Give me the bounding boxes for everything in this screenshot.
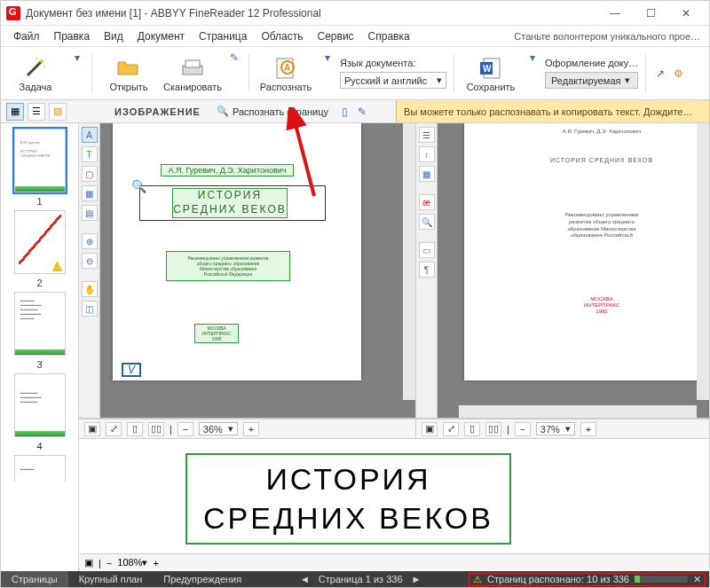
txt-page-icon[interactable]: ▯	[464, 422, 480, 436]
text-page: А.Я. Гуревич, Д.Э. Харитонович ИСТОРИЯ С…	[464, 123, 709, 380]
close-zoom-out[interactable]: −	[106, 558, 112, 568]
img-fith-icon[interactable]: ⤢	[106, 422, 122, 436]
pager-prev-icon[interactable]: ◄	[300, 574, 310, 584]
save-button[interactable]: W Сохранить	[462, 51, 520, 96]
hand-tool[interactable]: ✋	[82, 281, 98, 297]
picture-area-tool[interactable]: ▢	[82, 166, 98, 182]
task-button[interactable]: Задача	[6, 51, 65, 96]
text-scroll-h[interactable]	[459, 405, 697, 418]
eraser-tool[interactable]: ◫	[82, 301, 98, 317]
page-thumbnail-2[interactable]	[14, 210, 66, 274]
txt-zoom-value[interactable]: 37%▾	[536, 422, 575, 435]
status-tab-pages[interactable]: Страницы	[1, 571, 68, 587]
txt-pub: МОСКВА ИНТЕРПРАКС 1995	[464, 296, 709, 316]
view-thumbnails-button[interactable]: ▦	[6, 103, 24, 121]
open-button[interactable]: Открыть	[99, 51, 158, 96]
cut-part-tool[interactable]: ⊖	[82, 253, 98, 269]
txt-fit-icon[interactable]: ▣	[422, 422, 438, 436]
txt-tool-5[interactable]: 🔍	[419, 214, 435, 230]
close-zoom-in[interactable]: +	[153, 558, 158, 568]
txt-tool-6[interactable]: ▭	[419, 242, 435, 258]
close-button[interactable]: ✕	[668, 1, 704, 26]
menu-file[interactable]: Файл	[6, 28, 47, 44]
area-rec[interactable]: Рекомендовано управлением развития общег…	[166, 251, 290, 281]
text-area-tool[interactable]: T	[82, 146, 98, 162]
chevron-down-icon: ▾	[142, 557, 147, 568]
style-select[interactable]: Редактируемая ▾	[545, 72, 638, 89]
txt-zoom-out[interactable]: −	[515, 422, 531, 436]
area-title[interactable]: ИСТОРИЯСРЕДНИХ ВЕКОВ	[172, 188, 288, 218]
image-page-view[interactable]: А.Я. Гуревич, Д.Э. Харитонович 🔍 ИСТОРИЯ…	[100, 123, 415, 418]
recognize-page-button[interactable]: 🔍 Распознать страницу	[217, 106, 328, 117]
ribbon: Задача ▾ Открыть Сканировать ✎ A Распозн…	[1, 47, 709, 100]
text-page-view[interactable]: А.Я. Гуревич, Д.Э. Харитонович ИСТОРИЯ С…	[438, 123, 709, 418]
thumb-3-num: 3	[36, 359, 42, 370]
txt-2page-icon[interactable]: ▯▯	[485, 422, 501, 436]
img-zoom-value[interactable]: 36%▾	[199, 422, 238, 435]
txt-tool-1[interactable]: ☰	[419, 127, 435, 143]
pager-label: Страница 1 из 336	[319, 574, 403, 584]
maximize-button[interactable]: ☐	[633, 1, 668, 26]
close-icon[interactable]: ✕	[693, 574, 701, 585]
menu-help[interactable]: Справка	[361, 28, 417, 44]
recognize-label: Распознать	[260, 82, 312, 92]
recognize-dropdown-icon[interactable]: ▾	[320, 51, 335, 65]
menu-document[interactable]: Документ	[130, 28, 192, 44]
area-publisher[interactable]: МОСКВА ИНТЕРПРАКС 1995	[194, 324, 239, 343]
txt-zoom-in[interactable]: +	[580, 422, 596, 436]
view-details-button[interactable]: ☰	[28, 103, 45, 121]
language-select[interactable]: Русский и английс ▾	[340, 72, 446, 89]
select-tool[interactable]: A	[82, 127, 98, 143]
selection-box[interactable]: 🔍 ИСТОРИЯСРЕДНИХ ВЕКОВ	[139, 185, 326, 221]
scan-button[interactable]: Сканировать	[163, 51, 222, 96]
save-dropdown-icon[interactable]: ▾	[525, 51, 540, 65]
recognize-button[interactable]: A Распознать	[256, 51, 315, 96]
txt-tool-7[interactable]: ¶	[419, 262, 435, 278]
img-2page-icon[interactable]: ▯▯	[148, 422, 164, 436]
options-icon[interactable]: ⚙	[671, 67, 685, 81]
image-scroll-v[interactable]	[403, 123, 415, 400]
table-area-tool[interactable]: ▦	[82, 185, 98, 201]
close-fit-icon[interactable]: ▣	[84, 557, 93, 568]
img-page-icon[interactable]: ▯	[127, 422, 143, 436]
area-tool-icon[interactable]: ▯	[337, 105, 351, 119]
text-scroll-v[interactable]	[697, 123, 709, 400]
minimize-button[interactable]: —	[597, 1, 633, 26]
page-thumbnail-1[interactable]: А.Я.ГуревичИСТОРИЯСРЕДНИХ ВЕКОВ	[14, 129, 66, 192]
send-icon[interactable]: ↗	[653, 67, 667, 81]
area-authors[interactable]: А.Я. Гуревич, Д.Э. Харитонович	[161, 164, 294, 176]
warning-icon: ⚠	[473, 574, 482, 585]
close-zoom-value[interactable]: 108%▾	[117, 557, 147, 568]
close-up-pane[interactable]: ИСТОРИЯ СРЕДНИХ ВЕКОВ ▣ | − 108%▾ +	[79, 438, 709, 571]
task-dropdown-icon[interactable]: ▾	[70, 51, 84, 65]
txt-fith-icon[interactable]: ⤢	[443, 422, 459, 436]
image-page: А.Я. Гуревич, Д.Э. Харитонович 🔍 ИСТОРИЯ…	[113, 123, 361, 380]
page-thumbnail-3[interactable]: ▬▬▬▬▬▬▬▬▬▬▬▬▬▬▬▬▬▬▬▬▬▬▬▬▬	[14, 292, 66, 356]
txt-tool-2[interactable]: ↕	[419, 146, 435, 162]
menu-service[interactable]: Сервис	[311, 28, 361, 44]
barcode-area-tool[interactable]: ▤	[82, 205, 98, 221]
menu-page[interactable]: Страница	[192, 28, 254, 44]
view-add-button[interactable]: ▧	[49, 103, 67, 121]
img-fit-icon[interactable]: ▣	[84, 422, 100, 436]
pager-next-icon[interactable]: ►	[412, 574, 422, 584]
status-tab-warnings[interactable]: Предупреждения	[153, 571, 252, 587]
page-thumbnail-4[interactable]: ▬▬▬▬▬▬▬▬▬▬▬▬▬▬▬▬	[14, 373, 66, 437]
edit-tool-icon[interactable]: ✎	[355, 105, 369, 119]
img-zoom-out[interactable]: −	[178, 422, 193, 436]
magnifier-icon: 🔍	[217, 106, 229, 117]
status-tab-close[interactable]: Крупный план	[68, 571, 154, 587]
add-part-tool[interactable]: ⊕	[82, 233, 98, 249]
txt-tool-4[interactable]: æ	[419, 194, 435, 210]
close-l1: ИСТОРИЯ	[265, 462, 430, 496]
image-zoom-bar: ▣ ⤢ ▯ ▯▯ | − 36%▾ +	[79, 419, 416, 438]
menu-view[interactable]: Вид	[97, 28, 130, 44]
txt-tool-3[interactable]: ▦	[419, 166, 435, 182]
menu-edit[interactable]: Правка	[47, 28, 98, 44]
img-zoom-in[interactable]: +	[243, 422, 259, 436]
page-thumbnail-5[interactable]: ▬▬▬▬	[14, 455, 66, 482]
scan-settings-icon[interactable]: ✎	[227, 51, 241, 65]
menu-area[interactable]: Область	[254, 28, 310, 44]
svg-point-3	[43, 66, 45, 67]
volunteer-link[interactable]: Станьте волонтером уникального прое…	[514, 31, 704, 42]
